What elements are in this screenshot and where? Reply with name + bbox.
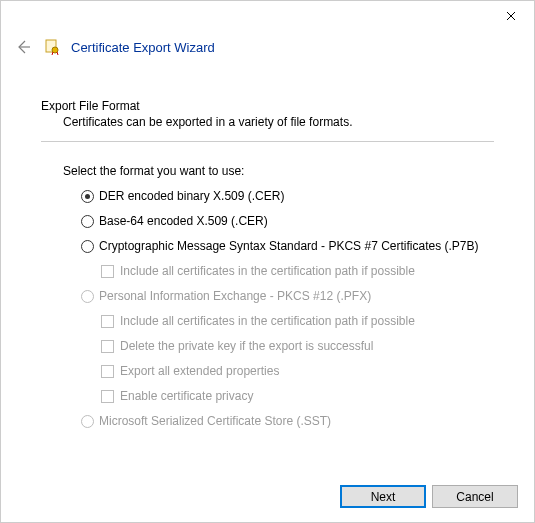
back-arrow-icon	[15, 39, 31, 55]
option-sst: Microsoft Serialized Certificate Store (…	[81, 413, 494, 429]
checkbox-label: Export all extended properties	[120, 363, 279, 379]
format-prompt: Select the format you want to use:	[41, 164, 494, 178]
radio-icon	[81, 190, 94, 203]
back-button[interactable]	[13, 37, 33, 57]
page-heading: Export File Format	[41, 99, 494, 113]
title-bar	[1, 1, 534, 33]
radio-icon	[81, 290, 94, 303]
wizard-content: Export File Format Certificates can be e…	[1, 57, 534, 429]
option-label: Base-64 encoded X.509 (.CER)	[99, 213, 268, 229]
option-der[interactable]: DER encoded binary X.509 (.CER)	[81, 188, 494, 204]
checkbox-pfx-delete-key: Delete the private key if the export is …	[101, 338, 494, 354]
option-base64[interactable]: Base-64 encoded X.509 (.CER)	[81, 213, 494, 229]
cancel-button[interactable]: Cancel	[432, 485, 518, 508]
radio-icon	[81, 240, 94, 253]
checkbox-pkcs7-include-chain: Include all certificates in the certific…	[101, 263, 494, 279]
checkbox-label: Delete the private key if the export is …	[120, 338, 373, 354]
option-label: DER encoded binary X.509 (.CER)	[99, 188, 284, 204]
checkbox-icon	[101, 340, 114, 353]
option-label: Personal Information Exchange - PKCS #12…	[99, 288, 371, 304]
radio-icon	[81, 415, 94, 428]
checkbox-pfx-cert-privacy: Enable certificate privacy	[101, 388, 494, 404]
checkbox-icon	[101, 315, 114, 328]
wizard-footer: Next Cancel	[340, 485, 518, 508]
checkbox-icon	[101, 390, 114, 403]
next-button[interactable]: Next	[340, 485, 426, 508]
radio-icon	[81, 215, 94, 228]
format-options: DER encoded binary X.509 (.CER) Base-64 …	[41, 188, 494, 429]
checkbox-pfx-include-chain: Include all certificates in the certific…	[101, 313, 494, 329]
wizard-title: Certificate Export Wizard	[71, 40, 215, 55]
checkbox-label: Include all certificates in the certific…	[120, 313, 415, 329]
wizard-header: Certificate Export Wizard	[1, 33, 534, 57]
checkbox-pfx-export-ext: Export all extended properties	[101, 363, 494, 379]
checkbox-icon	[101, 265, 114, 278]
close-button[interactable]	[488, 1, 534, 31]
divider	[41, 141, 494, 142]
checkbox-icon	[101, 365, 114, 378]
checkbox-label: Enable certificate privacy	[120, 388, 253, 404]
certificate-icon	[43, 38, 61, 56]
checkbox-label: Include all certificates in the certific…	[120, 263, 415, 279]
option-label: Microsoft Serialized Certificate Store (…	[99, 413, 331, 429]
option-pkcs7[interactable]: Cryptographic Message Syntax Standard - …	[81, 238, 494, 254]
option-pfx: Personal Information Exchange - PKCS #12…	[81, 288, 494, 304]
page-description: Certificates can be exported in a variet…	[41, 115, 494, 129]
option-label: Cryptographic Message Syntax Standard - …	[99, 238, 479, 254]
close-icon	[506, 11, 516, 21]
